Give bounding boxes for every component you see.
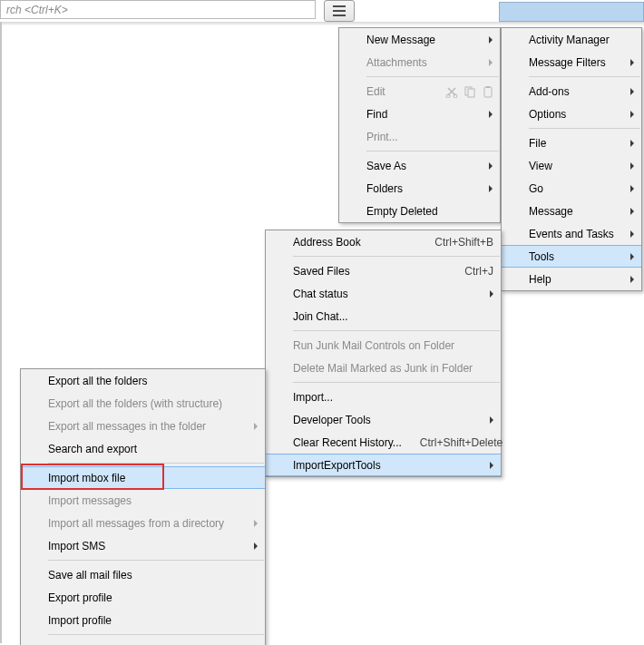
app-ext-item-options[interactable]: Options [502,103,641,125]
import-export-separator [48,560,264,561]
import-export-item-export-all-the-folders-with-structure: Export all the folders (with structure) [21,392,265,415]
tools-item-developer-tools[interactable]: Developer Tools [266,408,501,431]
tools-item-importexporttools[interactable]: ImportExportTools [266,454,501,476]
app-ext-separator [529,128,640,129]
menu-item-shortcut: Ctrl+J [446,265,493,278]
menu-item-label: Print... [366,131,493,143]
import-export-item-import-profile[interactable]: Import profile [21,609,265,631]
import-export-item-import-mbox-file[interactable]: Import mbox file [21,466,265,489]
cut-icon [445,85,458,98]
search-input[interactable]: rch <Ctrl+K> [0,0,316,19]
menu-item-label: Import profile [48,614,258,627]
app-ext-item-activity-manager[interactable]: Activity Manager [502,28,641,51]
app-ext-item-view[interactable]: View [502,154,641,177]
submenu-arrow-icon [630,162,634,170]
tools-menu: Address BookCtrl+Shift+BSaved FilesCtrl+… [265,230,502,477]
svg-rect-7 [484,87,492,97]
menu-item-label: Options [529,108,634,121]
app-ext-item-tools[interactable]: Tools [502,245,641,268]
menu-item-label: Help [529,273,634,286]
menu-item-label: Run Junk Mail Controls on Folder [293,339,493,352]
submenu-arrow-icon [489,185,493,192]
menu-item-label: Import... [293,391,493,404]
submenu-arrow-icon [630,276,634,283]
import-export-item-search-and-export[interactable]: Search and export [21,437,265,460]
submenu-arrow-icon [630,185,634,192]
import-export-item-import-all-messages-from-a-directory: Import all messages from a directory [21,512,265,534]
menu-item-label: Save all mail files [48,569,258,581]
submenu-arrow-icon [630,253,634,260]
import-export-separator [48,463,264,464]
app-ext-item-add-ons[interactable]: Add-ons [502,80,641,103]
tools-item-import[interactable]: Import... [266,386,501,408]
import-export-item-import-sms[interactable]: Import SMS [21,534,265,557]
menu-item-label: Import SMS [48,540,258,552]
import-export-item-options[interactable]: Options [21,638,265,645]
hamburger-icon [333,5,346,16]
submenu-arrow-icon [489,36,493,44]
menu-item-label: Export all the folders [48,375,258,387]
app-ext-item-file[interactable]: File [502,132,641,154]
tools-item-run-junk-mail-controls-on-folder: Run Junk Mail Controls on Folder [266,334,501,357]
app-ext-item-message[interactable]: Message [502,200,641,222]
app-ext-item-help[interactable]: Help [502,268,641,290]
app-menu-item-edit: Edit [339,80,500,103]
svg-rect-8 [486,86,490,88]
menu-item-label: Attachments [366,56,493,69]
app-menu-separator [366,151,499,151]
app-ext-separator [529,76,640,77]
app-menu-item-save-as[interactable]: Save As [339,154,500,177]
app-menu: New MessageAttachmentsEditFindPrint...Sa… [338,27,501,223]
menu-item-label: Import mbox file [48,472,258,484]
svg-rect-0 [333,5,346,7]
menu-item-label: Find [366,108,493,121]
submenu-arrow-icon [254,542,258,550]
import-export-menu: Export all the foldersExport all the fol… [20,368,266,645]
menu-item-label: Developer Tools [293,414,493,426]
menu-item-label: Folders [366,182,493,195]
menu-item-label: Import all messages from a directory [48,517,258,530]
app-menu-button[interactable] [324,0,355,22]
app-menu-item-folders[interactable]: Folders [339,177,500,200]
submenu-arrow-icon [490,416,493,424]
tools-item-saved-files[interactable]: Saved FilesCtrl+J [266,259,501,282]
submenu-arrow-icon [630,59,634,66]
submenu-arrow-icon [489,59,493,66]
app-menu-item-new-message[interactable]: New Message [339,28,500,51]
menu-item-label: Go [529,182,634,195]
submenu-arrow-icon [630,88,634,95]
submenu-arrow-icon [630,140,634,147]
app-ext-item-message-filters[interactable]: Message Filters [502,51,641,73]
app-menu-item-attachments: Attachments [339,51,500,73]
submenu-arrow-icon [630,111,634,118]
app-ext-item-events-and-tasks[interactable]: Events and Tasks [502,222,641,245]
import-export-item-save-all-mail-files[interactable]: Save all mail files [21,563,265,586]
menu-item-label: New Message [366,34,493,46]
tools-separator [293,382,500,383]
tools-separator [293,256,500,257]
menu-item-label: Export profile [48,591,258,604]
menu-item-label: Message [529,205,634,218]
copy-icon [463,85,476,98]
menu-item-label: Events and Tasks [529,228,634,240]
submenu-arrow-icon [490,462,493,469]
app-menu-extended: Activity ManagerMessage FiltersAdd-onsOp… [501,27,642,291]
submenu-arrow-icon [489,111,493,118]
app-menu-separator [366,76,499,77]
app-menu-item-print: Print... [339,125,500,148]
import-export-item-export-all-messages-in-the-folder: Export all messages in the folder [21,415,265,437]
menu-item-label: Delete Mail Marked as Junk in Folder [293,362,493,375]
tools-item-address-book[interactable]: Address BookCtrl+Shift+B [266,230,501,253]
tools-item-join-chat[interactable]: Join Chat... [266,305,501,327]
import-export-item-export-all-the-folders[interactable]: Export all the folders [21,369,265,392]
import-export-item-export-profile[interactable]: Export profile [21,586,265,609]
tools-item-chat-status[interactable]: Chat status [266,282,501,305]
menu-item-label: Export all messages in the folder [48,420,258,433]
app-ext-item-go[interactable]: Go [502,177,641,200]
menu-item-label: Saved Files [293,265,446,278]
menu-item-label: Empty Deleted [366,205,493,218]
tools-item-clear-recent-history[interactable]: Clear Recent History...Ctrl+Shift+Delete [266,431,501,454]
app-menu-item-empty-deleted[interactable]: Empty Deleted [339,200,500,222]
app-menu-item-find[interactable]: Find [339,103,500,125]
toolbar-divider [0,22,644,25]
